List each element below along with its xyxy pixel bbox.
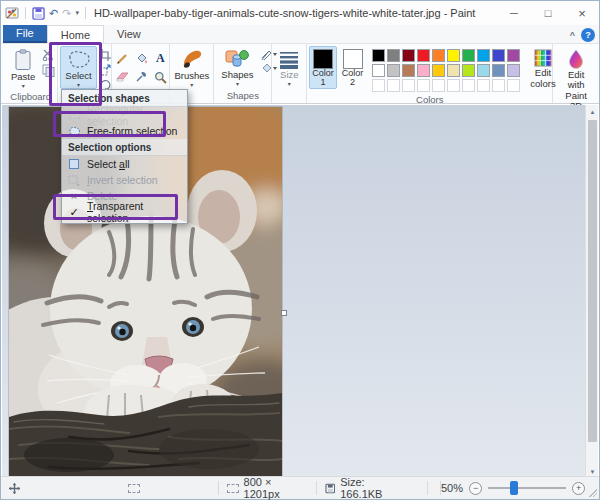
- status-bar: 800 × 1201px Size: 166.1KB 50% − +: [1, 476, 599, 499]
- window-controls: ─ □ ×: [497, 1, 599, 25]
- brushes-button[interactable]: Brushes ▾: [169, 46, 214, 89]
- palette-swatch-empty[interactable]: [507, 79, 520, 92]
- collapse-ribbon-icon[interactable]: ^: [570, 30, 575, 40]
- group-label-size: [274, 100, 304, 103]
- file-size-indicator: Size: 166.1KB: [317, 476, 415, 500]
- palette-swatch[interactable]: [387, 64, 400, 77]
- palette-swatch[interactable]: [372, 49, 385, 62]
- palette-swatch[interactable]: [402, 64, 415, 77]
- palette-swatch-empty[interactable]: [387, 79, 400, 92]
- palette-swatch-empty[interactable]: [432, 79, 445, 92]
- palette-swatch-empty[interactable]: [477, 79, 490, 92]
- select-dropdown-icon: ▾: [77, 82, 80, 88]
- divider: [25, 7, 26, 19]
- palette-swatch[interactable]: [492, 49, 505, 62]
- tab-view[interactable]: View: [104, 25, 154, 43]
- image-size-icon: [227, 484, 239, 493]
- palette-swatch[interactable]: [447, 49, 460, 62]
- divider: [85, 7, 86, 19]
- title-bar: ↶ ↷ ▾ HD-wallpaper-baby-tiger-animals-cu…: [1, 1, 599, 25]
- brushes-dropdown-icon: ▾: [190, 82, 193, 88]
- color1-button[interactable]: Color 1: [309, 46, 337, 89]
- text-tool-icon[interactable]: A: [152, 50, 168, 66]
- color1-number: 1: [321, 78, 326, 87]
- resize-icon[interactable]: [99, 64, 111, 76]
- select-button[interactable]: Select ▾: [60, 46, 96, 89]
- tab-file[interactable]: File: [3, 25, 47, 43]
- scrollbar-thumb[interactable]: [588, 120, 597, 442]
- zoom-out-button[interactable]: −: [469, 482, 482, 495]
- copy-icon[interactable]: [42, 64, 55, 77]
- edit-colors-icon: [534, 49, 552, 67]
- edit-with-paint3d-button[interactable]: Edit with Paint 3D: [555, 46, 597, 112]
- clipboard-icon: [14, 49, 32, 71]
- canvas-resize-handle[interactable]: [281, 310, 287, 316]
- palette-swatch[interactable]: [372, 64, 385, 77]
- palette-swatch[interactable]: [477, 64, 490, 77]
- palette-swatch[interactable]: [432, 64, 445, 77]
- palette-swatch[interactable]: [417, 49, 430, 62]
- size-button[interactable]: Size ▾: [274, 46, 304, 88]
- menu-item-transparent-selection[interactable]: ✓ Transparent selection: [62, 204, 187, 220]
- resize-grip[interactable]: [589, 489, 597, 497]
- select-all-icon: [67, 159, 81, 169]
- palette-swatch[interactable]: [507, 49, 520, 62]
- menu-item-invert-selection[interactable]: Invert selection: [62, 172, 187, 188]
- undo-icon[interactable]: ↶: [49, 8, 58, 19]
- zoom-in-button[interactable]: +: [572, 482, 585, 495]
- paste-dropdown-icon: ▾: [22, 83, 25, 89]
- palette-swatch[interactable]: [402, 49, 415, 62]
- cut-icon[interactable]: [42, 49, 55, 61]
- palette-swatch[interactable]: [492, 64, 505, 77]
- palette-swatch[interactable]: [447, 64, 460, 77]
- palette-swatch[interactable]: [387, 49, 400, 62]
- divider: [427, 481, 428, 495]
- eraser-icon[interactable]: [114, 69, 130, 85]
- cursor-position-icon: [9, 483, 20, 494]
- paint-app-icon: [5, 6, 19, 20]
- paint-window: ↶ ↷ ▾ HD-wallpaper-baby-tiger-animals-cu…: [0, 0, 600, 500]
- customize-qat-icon[interactable]: ▾: [75, 9, 79, 17]
- close-button[interactable]: ×: [565, 1, 599, 25]
- minimize-button[interactable]: ─: [497, 1, 531, 25]
- tab-home[interactable]: Home: [47, 25, 104, 43]
- group-colors: Color 1 Color 2: [307, 44, 553, 103]
- fill-icon[interactable]: [133, 50, 149, 66]
- palette-swatch[interactable]: [477, 49, 490, 62]
- palette-swatch-empty[interactable]: [492, 79, 505, 92]
- crop-icon[interactable]: [99, 49, 111, 61]
- scroll-up-icon[interactable]: ▲: [586, 105, 599, 118]
- shapes-button[interactable]: Shapes ▾: [216, 46, 258, 88]
- menu-item-rectangular-selection[interactable]: Rectangular selection: [62, 107, 187, 123]
- palette-swatch[interactable]: [432, 49, 445, 62]
- color1-swatch: [313, 49, 333, 69]
- palette-swatch[interactable]: [507, 64, 520, 77]
- zoom-slider-thumb[interactable]: [510, 481, 518, 495]
- palette-swatch[interactable]: [417, 64, 430, 77]
- palette-swatch[interactable]: [462, 49, 475, 62]
- redo-icon[interactable]: ↷: [62, 8, 71, 19]
- paste-button[interactable]: Paste ▾: [6, 46, 40, 90]
- zoom-slider[interactable]: [488, 481, 566, 495]
- palette-swatch-empty[interactable]: [402, 79, 415, 92]
- color2-button[interactable]: Color 2: [339, 46, 367, 89]
- invert-selection-icon: [67, 175, 81, 186]
- menu-item-select-all[interactable]: Select all: [62, 156, 187, 172]
- freeform-selection-icon: [67, 126, 81, 137]
- help-icon[interactable]: ?: [581, 28, 595, 42]
- color-picker-icon[interactable]: [133, 69, 149, 85]
- palette-swatch-empty[interactable]: [462, 79, 475, 92]
- save-icon[interactable]: [32, 7, 45, 20]
- palette-swatch-empty[interactable]: [372, 79, 385, 92]
- palette-swatch[interactable]: [462, 64, 475, 77]
- vertical-scrollbar[interactable]: ▲ ▼: [585, 105, 598, 478]
- zoom-slider-track: [488, 487, 566, 489]
- pencil-icon[interactable]: [114, 50, 130, 66]
- maximize-button[interactable]: □: [531, 1, 565, 25]
- palette-swatch-empty[interactable]: [417, 79, 430, 92]
- edit-colors-label2: colors: [530, 79, 555, 89]
- color2-swatch: [343, 49, 363, 69]
- palette-swatch-empty[interactable]: [447, 79, 460, 92]
- edit-colors-label: Edit: [535, 68, 551, 78]
- magnifier-icon[interactable]: [152, 69, 168, 85]
